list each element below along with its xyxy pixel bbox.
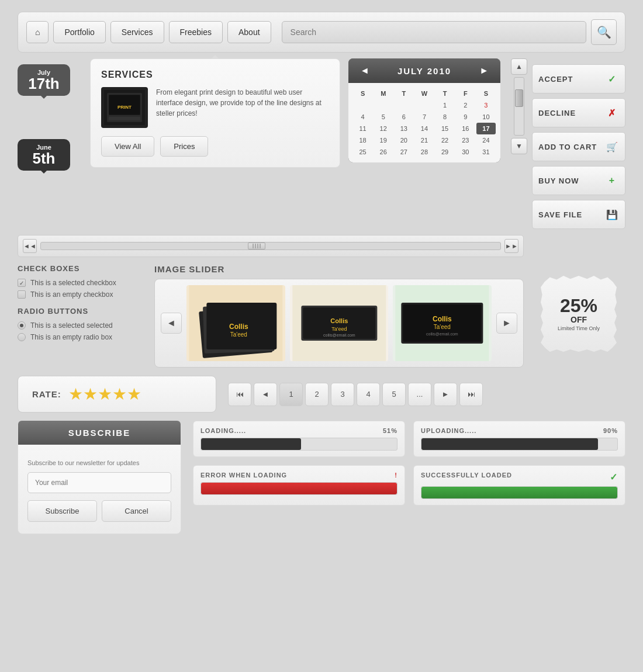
cal-cell-7[interactable]: 7: [414, 111, 434, 123]
cal-cell-18[interactable]: 18: [353, 134, 372, 146]
progress-uploading-fill: [421, 438, 598, 450]
cal-cell-5[interactable]: 5: [374, 111, 393, 123]
cal-cell-29[interactable]: 29: [435, 146, 455, 158]
radio-selected[interactable]: [18, 321, 26, 330]
email-input[interactable]: [27, 472, 171, 493]
prices-button[interactable]: Prices: [160, 136, 208, 157]
cal-cell-9[interactable]: 9: [456, 111, 475, 123]
cal-cell[interactable]: [414, 99, 434, 111]
search-input[interactable]: [282, 21, 586, 43]
cal-cell-4[interactable]: 4: [353, 111, 372, 123]
cal-cell-23[interactable]: 23: [456, 134, 475, 146]
nav-about-button[interactable]: About: [227, 21, 271, 43]
view-all-button[interactable]: View All: [101, 136, 154, 157]
slider-thumb[interactable]: [248, 243, 265, 250]
page-3[interactable]: 3: [331, 383, 354, 406]
accept-button[interactable]: ACCEPT ✓: [532, 64, 625, 93]
nav-home-button[interactable]: ⌂: [26, 21, 49, 43]
cal-cell-30[interactable]: 30: [456, 146, 475, 158]
page-5[interactable]: 5: [382, 383, 406, 406]
page-next[interactable]: ►: [434, 383, 457, 406]
progress-error-bar: [200, 482, 397, 495]
nav-freebies-button[interactable]: Freebies: [169, 21, 223, 43]
slider-right-arrow[interactable]: ►►: [504, 239, 518, 253]
cal-cell-22[interactable]: 22: [435, 134, 455, 146]
page-4[interactable]: 4: [357, 383, 380, 406]
cal-cell-25[interactable]: 25: [353, 146, 372, 158]
calendar-prev[interactable]: ◄: [357, 64, 373, 77]
cal-row-3: 11 12 13 14 15 16 17: [353, 123, 496, 134]
h-slider-section: ◄◄ ►►: [18, 235, 524, 262]
cal-cell-27[interactable]: 27: [394, 146, 413, 158]
cal-cell-11[interactable]: 11: [353, 123, 372, 134]
progress-error: ERROR WHEN LOADING !: [193, 465, 405, 505]
add-to-cart-button[interactable]: ADD TO CART 🛒: [532, 132, 625, 161]
subscribe-box: SUBSCRIBE Subscribe to our newsletter fo…: [18, 421, 181, 534]
radio-empty[interactable]: [18, 333, 26, 341]
thumb-line-2: [255, 244, 256, 248]
cal-cell[interactable]: [374, 99, 393, 111]
scroll-thumb[interactable]: [515, 89, 523, 107]
img-slide-1: Collis Ta'eed: [186, 285, 285, 361]
nav-services-button[interactable]: Services: [110, 21, 164, 43]
img-slider-left[interactable]: ◄: [161, 313, 182, 334]
cal-cell-13[interactable]: 13: [394, 123, 413, 134]
cal-cell-20[interactable]: 20: [394, 134, 413, 146]
slider-left-arrow[interactable]: ◄◄: [23, 239, 37, 253]
progress-loading-fill: [201, 438, 301, 450]
scroll-down-arrow[interactable]: ▼: [511, 138, 527, 154]
subscribe-button[interactable]: Subscribe: [27, 500, 97, 522]
page-1[interactable]: 1: [279, 383, 303, 406]
cal-cell-1[interactable]: 1: [435, 99, 455, 111]
cal-cell-17-today[interactable]: 17: [476, 123, 496, 134]
cal-cell-10[interactable]: 10: [476, 111, 496, 123]
date-bubble-july: July 17th: [18, 64, 70, 96]
search-button[interactable]: 🔍: [591, 19, 617, 45]
slider-track[interactable]: [40, 242, 501, 250]
radio-item-2[interactable]: This is an empty radio box: [18, 333, 146, 341]
scroll-up-arrow[interactable]: ▲: [511, 58, 527, 75]
calendar-next[interactable]: ►: [476, 64, 492, 77]
cal-cell-26[interactable]: 26: [374, 146, 393, 158]
cal-cell-19[interactable]: 19: [374, 134, 393, 146]
progress-success-bar: [421, 486, 618, 499]
img-slider-right[interactable]: ►: [496, 313, 517, 334]
cal-cell-3[interactable]: 3: [476, 99, 496, 111]
cal-cell-28[interactable]: 28: [414, 146, 434, 158]
cal-cell-24[interactable]: 24: [476, 134, 496, 146]
action-buttons-col: ACCEPT ✓ DECLINE ✗ ADD TO CART 🛒 BUY NOW…: [532, 58, 625, 229]
cal-cell[interactable]: [394, 99, 413, 111]
star-rating[interactable]: ★★★★★: [68, 385, 141, 404]
checkbox-item-2[interactable]: This is an empty checkbox: [18, 290, 146, 299]
buy-now-button[interactable]: BUY NOW +: [532, 166, 625, 195]
nav-portfolio-button[interactable]: Portfolio: [53, 21, 105, 43]
decline-button[interactable]: DECLINE ✗: [532, 98, 625, 127]
page-last[interactable]: ⏭: [459, 383, 483, 406]
cal-cell-14[interactable]: 14: [414, 123, 434, 134]
cal-cell-16[interactable]: 16: [456, 123, 475, 134]
svg-text:Ta'eed: Ta'eed: [230, 331, 247, 338]
radio-item-1[interactable]: This is a selected selected: [18, 321, 146, 330]
center-col: SERVICES PRINT From elegant print design…: [90, 58, 500, 229]
page-prev[interactable]: ◄: [254, 383, 277, 406]
progress-loading: LOADING..... 51%: [193, 421, 405, 457]
subscribe-header: SUBSCRIBE: [18, 421, 181, 445]
checkbox-empty[interactable]: [18, 290, 26, 299]
cal-cell-15[interactable]: 15: [435, 123, 455, 134]
cart-icon: 🛒: [605, 140, 619, 154]
date-bubble-june: June 5th: [18, 139, 70, 171]
checkbox-item-1[interactable]: ✓ This is a selected checkbox: [18, 279, 146, 287]
rate-label: RATE:: [32, 389, 61, 399]
cal-cell-6[interactable]: 6: [394, 111, 413, 123]
checkbox-checked[interactable]: ✓: [18, 279, 26, 287]
cal-cell-2[interactable]: 2: [456, 99, 475, 111]
cal-cell-31[interactable]: 31: [476, 146, 496, 158]
page-2[interactable]: 2: [305, 383, 329, 406]
cancel-button[interactable]: Cancel: [102, 500, 171, 522]
cal-cell-8[interactable]: 8: [435, 111, 455, 123]
cal-cell[interactable]: [353, 99, 372, 111]
page-first[interactable]: ⏮: [228, 383, 251, 406]
cal-cell-12[interactable]: 12: [374, 123, 393, 134]
save-file-button[interactable]: SAVE FILE 💾: [532, 200, 625, 229]
cal-cell-21[interactable]: 21: [414, 134, 434, 146]
